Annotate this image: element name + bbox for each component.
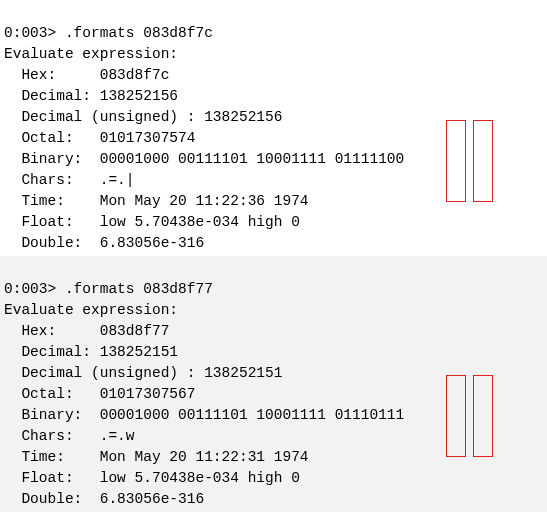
eval-label: Evaluate expression: [4, 302, 178, 318]
double-line: Double: 6.83056e-316 [4, 235, 204, 251]
octal-line: Octal: 01017307567 [4, 386, 195, 402]
hex-line: Hex: 083d8f7c [4, 67, 169, 83]
output-block-2: 0:003> .formats 083d8f77 Evaluate expres… [0, 256, 547, 512]
binary-line: Binary: 00001000 00111101 10001111 01110… [4, 407, 404, 423]
chars-line: Chars: .=.| [4, 172, 135, 188]
eval-label: Evaluate expression: [4, 46, 178, 62]
binary-line: Binary: 00001000 00111101 10001111 01111… [4, 151, 404, 167]
time-line: Time: Mon May 20 11:22:36 1974 [4, 193, 309, 209]
float-line: Float: low 5.70438e-034 high 0 [4, 214, 300, 230]
float-line: Float: low 5.70438e-034 high 0 [4, 470, 300, 486]
output-block-1: 0:003> .formats 083d8f7c Evaluate expres… [0, 0, 547, 256]
prompt-line: 0:003> .formats 083d8f7c [4, 25, 213, 41]
decimal-line: Decimal: 138252151 [4, 344, 178, 360]
chars-line: Chars: .=.w [4, 428, 135, 444]
double-line: Double: 6.83056e-316 [4, 491, 204, 507]
decimal-unsigned-line: Decimal (unsigned) : 138252151 [4, 365, 282, 381]
decimal-line: Decimal: 138252156 [4, 88, 178, 104]
hex-line: Hex: 083d8f77 [4, 323, 169, 339]
time-line: Time: Mon May 20 11:22:31 1974 [4, 449, 309, 465]
octal-line: Octal: 01017307574 [4, 130, 195, 146]
prompt-line: 0:003> .formats 083d8f77 [4, 281, 213, 297]
decimal-unsigned-line: Decimal (unsigned) : 138252156 [4, 109, 282, 125]
